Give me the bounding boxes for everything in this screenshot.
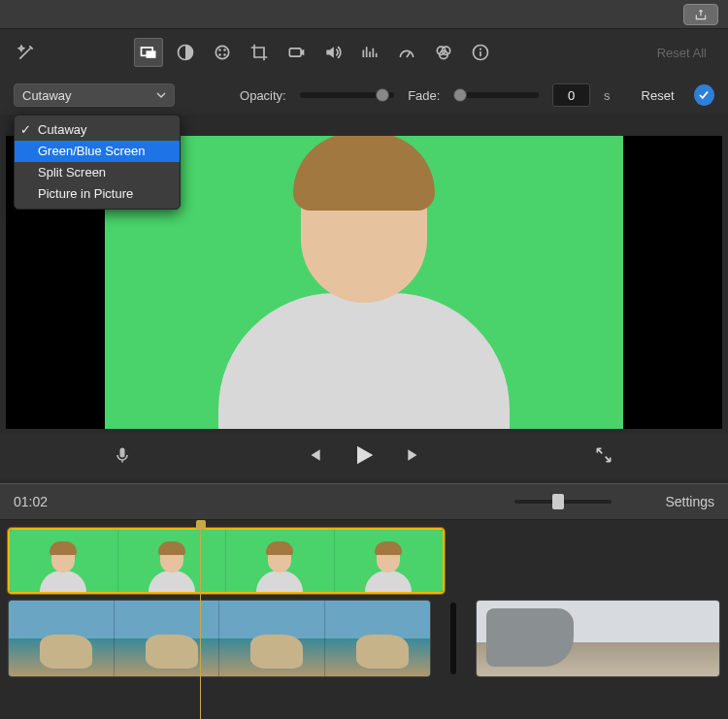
playhead[interactable] [200,520,201,719]
stabilize-icon [286,43,306,62]
color-palette-icon [213,43,232,62]
speedometer-icon [397,43,416,62]
zoom-slider[interactable] [514,500,612,504]
magic-wand-button[interactable] [12,38,41,67]
skip-forward-button[interactable] [405,445,424,468]
play-icon [350,441,378,469]
reset-all-button[interactable]: Reset All [657,46,716,60]
fullscreen-icon [594,445,613,465]
color-correction-button[interactable] [208,38,237,67]
opacity-slider[interactable] [300,92,394,98]
apply-button[interactable] [694,84,714,106]
clip-thumbnail [118,530,227,592]
fade-unit: s [604,88,611,103]
checkmark-icon [697,88,711,102]
noise-reduction-button[interactable] [355,38,384,67]
overlay-mode-select[interactable]: Cutaway [14,83,175,107]
fade-label: Fade: [408,88,440,103]
overlay-option-greenscreen[interactable]: Green/Blue Screen [15,141,180,162]
skip-back-icon [304,445,323,465]
info-icon [471,43,490,62]
svg-point-3 [215,46,228,58]
svg-point-13 [480,49,481,50]
opacity-label: Opacity: [240,88,286,103]
overlay-clip[interactable] [8,528,445,594]
fade-value-field[interactable]: 0 [552,83,590,107]
timeline[interactable] [0,520,728,719]
timecode-display: 01:02 [14,494,48,509]
svg-rect-8 [289,49,301,56]
clip-thumbnail [335,530,444,592]
primary-clip-2[interactable] [476,600,720,677]
share-button[interactable] [683,4,718,25]
volume-button[interactable] [318,38,347,67]
svg-point-6 [218,53,221,56]
overlay-option-pip[interactable]: Picture in Picture [15,183,180,205]
fade-slider[interactable] [453,92,539,98]
overlay-adjust-row: Cutaway Opacity: Fade: 0 s Reset [0,76,728,114]
inspector-toolbar: Reset All [0,29,728,76]
volume-icon [323,43,343,62]
clip-thumbnail [219,601,325,676]
overlay-option-splitscreen[interactable]: Split Screen [15,162,180,183]
reset-button[interactable]: Reset [642,88,675,103]
crop-button[interactable] [245,38,274,67]
timeline-header: 01:02 Settings [0,483,728,520]
clip-info-button[interactable] [466,38,495,67]
share-icon [694,8,708,21]
clip-filter-button[interactable] [429,38,458,67]
stabilization-button[interactable] [281,38,311,67]
magic-wand-icon [17,43,36,62]
primary-clip-1[interactable] [8,600,431,677]
timeline-scroll-indicator[interactable] [450,603,456,674]
clip-thumbnail [115,601,220,676]
video-overlay-icon [139,43,158,62]
skip-back-button[interactable] [304,445,323,468]
clip-thumbnail [325,601,431,676]
svg-rect-14 [480,51,481,56]
crop-icon [249,43,269,62]
svg-rect-1 [147,50,156,58]
voiceover-button[interactable] [113,445,132,468]
svg-point-4 [218,49,221,51]
overlay-mode-dropdown: Cutaway Green/Blue Screen Split Screen P… [14,114,181,210]
color-balance-button[interactable] [171,38,200,67]
clip-thumbnail [226,530,335,592]
preview-subject [218,147,510,429]
play-button[interactable] [350,441,378,472]
timeline-settings-button[interactable]: Settings [665,494,714,509]
clip-filter-icon [434,43,453,62]
color-balance-icon [176,43,195,62]
svg-point-7 [223,53,226,56]
chevron-down-icon [156,90,166,100]
clip-thumbnail [9,601,115,676]
microphone-icon [113,445,132,465]
video-overlay-button[interactable] [134,38,163,67]
clip-thumbnail [10,530,118,592]
playback-controls [0,433,728,479]
skip-forward-icon [405,445,424,465]
fullscreen-button[interactable] [594,445,613,468]
speed-button[interactable] [392,38,421,67]
svg-point-5 [223,49,226,51]
overlay-mode-value: Cutaway [22,88,72,103]
preview-frame[interactable] [105,136,623,429]
svg-rect-15 [120,447,125,457]
overlay-option-cutaway[interactable]: Cutaway [15,119,180,141]
equalizer-icon [360,43,380,62]
